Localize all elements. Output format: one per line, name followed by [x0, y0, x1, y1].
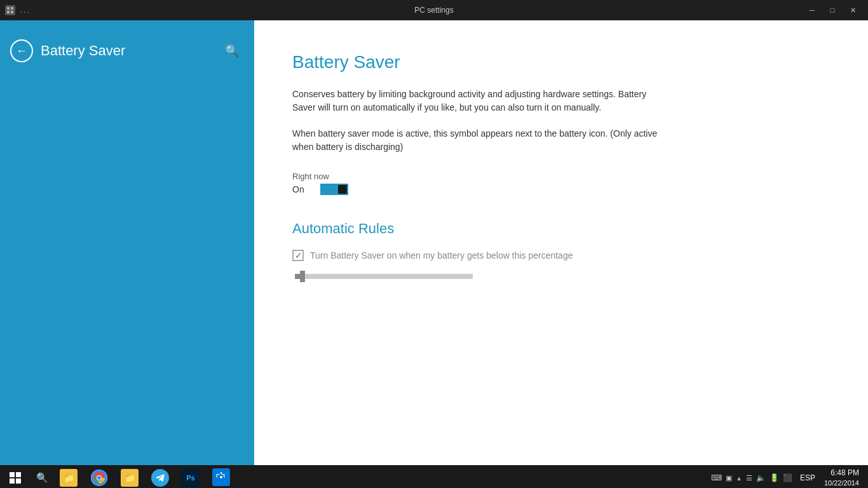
- battery-alt-icon: ⬛: [783, 473, 792, 482]
- explorer-icon: 📁: [60, 469, 78, 487]
- automatic-rules-title: Automatic Rules: [292, 220, 830, 237]
- clock[interactable]: 6:48 PM 10/22/2014: [820, 468, 863, 488]
- notification-icon: ▣: [726, 474, 732, 482]
- taskbar-app-explorer[interactable]: 📁: [53, 465, 84, 488]
- toggle-section: Right now On: [292, 172, 830, 195]
- checkmark-icon: ✓: [295, 251, 302, 261]
- telegram-icon: [151, 469, 169, 487]
- minimize-button[interactable]: ─: [802, 0, 822, 20]
- toggle-row: On: [292, 184, 830, 195]
- taskbar-app-settings[interactable]: [206, 465, 236, 488]
- toggle-thumb: [338, 185, 347, 194]
- time-display: 6:48 PM: [824, 468, 859, 478]
- taskbar-app-photoshop[interactable]: Ps: [175, 465, 206, 488]
- battery-saver-toggle[interactable]: [320, 184, 348, 195]
- automatic-rules-section: Automatic Rules ✓ Turn Battery Saver on …: [292, 220, 830, 279]
- description-2: When battery saver mode is active, this …: [292, 127, 661, 154]
- chevron-up-icon[interactable]: ▲: [736, 475, 742, 482]
- taskbar: 🔍 📁 📁 Ps: [0, 465, 868, 488]
- svg-rect-0: [7, 7, 10, 10]
- windows-logo-icon: [10, 472, 21, 484]
- title-bar-left: ...: [5, 5, 31, 15]
- network-icon: ☰: [746, 474, 752, 482]
- slider-handle[interactable]: [300, 271, 305, 282]
- keyboard-icon: ⌨: [711, 473, 722, 482]
- percentage-slider-container: [292, 274, 830, 279]
- language-indicator: ESP: [797, 473, 818, 482]
- taskbar-search-icon: 🔍: [36, 472, 48, 484]
- percentage-slider[interactable]: [295, 274, 473, 279]
- search-icon[interactable]: 🔍: [225, 44, 239, 58]
- sidebar-header: ← Battery Saver 🔍: [0, 33, 254, 69]
- taskbar-right: ⌨ ▣ ▲ ☰ 🔈 🔋 ⬛ ESP 6:48 PM 10/22/2014: [709, 465, 868, 488]
- back-button[interactable]: ←: [10, 39, 33, 62]
- page-title: Battery Saver: [292, 52, 830, 72]
- maximize-button[interactable]: □: [822, 0, 843, 20]
- files-icon: 📁: [121, 469, 139, 487]
- sidebar-title: Battery Saver: [41, 43, 125, 59]
- date-display: 10/22/2014: [824, 478, 859, 488]
- photoshop-icon: Ps: [182, 469, 200, 487]
- svg-rect-3: [11, 11, 13, 13]
- taskbar-app-chrome[interactable]: [84, 465, 114, 488]
- toggle-state-label: On: [292, 184, 310, 194]
- battery-icon: 🔋: [770, 473, 779, 482]
- svg-rect-1: [11, 7, 13, 10]
- sidebar: ← Battery Saver 🔍: [0, 20, 254, 465]
- title-bar: ... PC settings ─ □ ✕: [0, 0, 868, 20]
- settings-icon: [212, 468, 230, 486]
- svg-point-7: [220, 476, 222, 478]
- taskbar-app-files[interactable]: 📁: [114, 465, 145, 488]
- volume-icon[interactable]: 🔈: [756, 473, 766, 482]
- chrome-icon: [91, 470, 107, 486]
- taskbar-app-telegram[interactable]: [145, 465, 175, 488]
- close-button[interactable]: ✕: [843, 0, 863, 20]
- back-icon: ←: [16, 44, 27, 58]
- content-area: Battery Saver Conserves battery by limit…: [254, 20, 868, 465]
- taskbar-search-button[interactable]: 🔍: [31, 465, 53, 488]
- sidebar-back-area: ← Battery Saver: [10, 39, 125, 62]
- svg-rect-2: [7, 11, 10, 13]
- title-bar-controls: ─ □ ✕: [802, 0, 863, 20]
- app-icon: [5, 5, 15, 15]
- checkbox-row: ✓ Turn Battery Saver on when my battery …: [292, 250, 830, 261]
- svg-point-6: [97, 476, 101, 480]
- system-tray: ⌨ ▣ ▲ ☰ 🔈 🔋 ⬛: [709, 473, 795, 482]
- description-1: Conserves battery by limiting background…: [292, 88, 661, 114]
- start-button[interactable]: [0, 465, 31, 488]
- checkbox-label: Turn Battery Saver on when my battery ge…: [310, 250, 573, 261]
- title-bar-title: PC settings: [414, 6, 453, 15]
- auto-enable-checkbox[interactable]: ✓: [292, 250, 304, 261]
- main-window: ← Battery Saver 🔍 Battery Saver Conserve…: [0, 20, 868, 465]
- title-bar-dots: ...: [20, 6, 31, 15]
- right-now-label: Right now: [292, 172, 830, 181]
